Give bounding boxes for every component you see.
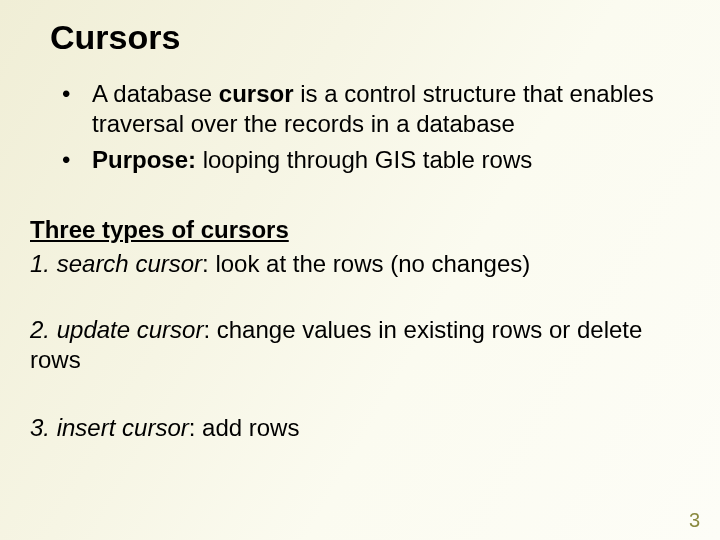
bullet-item-1: A database cursor is a control structure…	[56, 79, 692, 139]
section-heading: Three types of cursors	[30, 215, 692, 245]
item3-ital: 3. insert cursor	[30, 414, 189, 441]
bullet2-post: looping through GIS table rows	[196, 146, 532, 173]
bullet1-bold: cursor	[219, 80, 294, 107]
item3-rest: : add rows	[189, 414, 300, 441]
bullet2-bold: Purpose:	[92, 146, 196, 173]
item1-ital: 1. search cursor	[30, 250, 202, 277]
page-number: 3	[689, 509, 700, 532]
bullet-list: A database cursor is a control structure…	[56, 79, 692, 175]
numbered-item-3: 3. insert cursor: add rows	[30, 413, 692, 443]
bullet1-pre: A database	[92, 80, 219, 107]
numbered-item-1: 1. search cursor: look at the rows (no c…	[30, 249, 692, 279]
slide-title: Cursors	[50, 18, 692, 57]
item1-rest: : look at the rows (no changes)	[202, 250, 530, 277]
numbered-item-2: 2. update cursor: change values in exist…	[30, 315, 692, 375]
item2-ital: 2. update cursor	[30, 316, 203, 343]
bullet-item-2: Purpose: looping through GIS table rows	[56, 145, 692, 175]
